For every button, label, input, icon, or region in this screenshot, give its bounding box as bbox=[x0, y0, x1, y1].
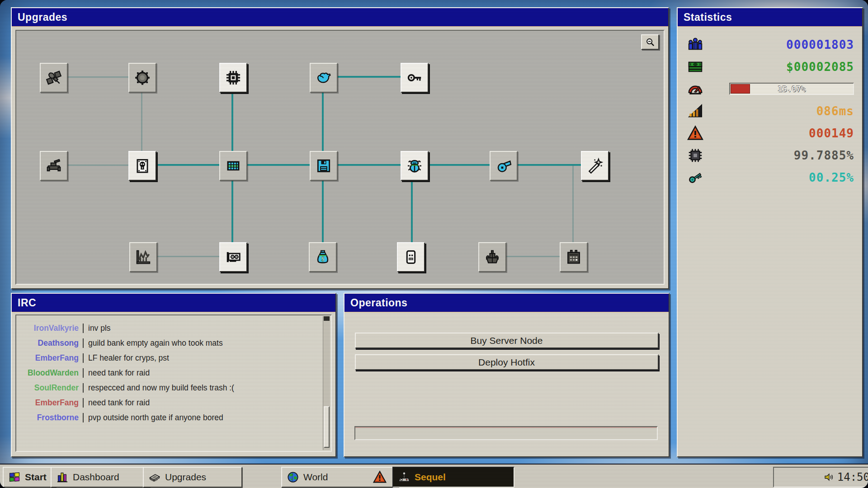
operations-titlebar: Operations bbox=[344, 294, 669, 312]
irc-nick: EmberFang bbox=[20, 398, 79, 408]
tree-zoom-button[interactable] bbox=[641, 34, 659, 50]
upgrade-node-whistle[interactable] bbox=[490, 151, 518, 181]
irc-message: Frostbornepvp outside north gate if anyo… bbox=[20, 410, 319, 425]
globe-icon bbox=[287, 471, 299, 483]
bird-icon bbox=[315, 69, 332, 86]
taskbar-item-dashboard[interactable]: Dashboard bbox=[51, 467, 150, 488]
irc-message-list: IronValkyrieinv plsDeathsongguild bank e… bbox=[20, 321, 319, 425]
upgrade-node-bird[interactable] bbox=[310, 63, 338, 93]
stat-row-2: 15.07% bbox=[687, 78, 854, 100]
deploy-hotfix-button[interactable]: Deploy Hotfix bbox=[355, 354, 659, 370]
irc-text: need tank for raid bbox=[88, 368, 150, 378]
whistle-icon bbox=[495, 157, 512, 174]
upgrade-node-skull-card[interactable] bbox=[128, 151, 156, 181]
winlogo-icon bbox=[8, 471, 21, 483]
chart-icon bbox=[135, 249, 152, 266]
upgrade-node-bug[interactable] bbox=[401, 151, 429, 181]
upgrade-node-satellite[interactable] bbox=[40, 63, 68, 93]
irc-message: IronValkyrieinv pls bbox=[20, 321, 319, 336]
upgrade-node-gpu[interactable] bbox=[219, 242, 247, 272]
upgrades-window: Upgrades bbox=[11, 7, 669, 289]
upgrade-node-smiley-drive[interactable] bbox=[397, 242, 425, 272]
start-label: Start bbox=[25, 472, 47, 483]
irc-nick: EmberFang bbox=[20, 353, 79, 363]
operations-progress-bar bbox=[354, 426, 658, 440]
taskbar-item-label: Sequel bbox=[415, 472, 446, 483]
irc-text: need tank for raid bbox=[88, 398, 150, 408]
irc-separator bbox=[83, 413, 84, 422]
upgrade-node-floppy[interactable] bbox=[310, 151, 338, 181]
irc-window: IRC IronValkyrieinv plsDeathsongguild ba… bbox=[11, 293, 336, 457]
irc-message: EmberFangLF healer for cryps, pst bbox=[20, 351, 319, 366]
stat-progress-bar: 15.07% bbox=[729, 83, 854, 95]
upgrade-node-moneybag[interactable] bbox=[309, 242, 337, 272]
moneybag-icon bbox=[314, 249, 331, 266]
taskbar-item-sequel[interactable]: Sequel bbox=[392, 467, 514, 488]
key-teal-icon bbox=[687, 169, 704, 186]
taskbar-item-world[interactable]: World bbox=[281, 467, 399, 488]
desktop: Upgrades Statistics 000001803$0000208515… bbox=[0, 0, 868, 488]
stat-value: 000001803 bbox=[704, 38, 854, 52]
irc-message: BloodWardenneed tank for raid bbox=[20, 366, 319, 380]
warning-icon bbox=[687, 125, 704, 142]
keyboard-icon bbox=[225, 157, 242, 174]
irc-message: SoulRenderrespecced and now my build fee… bbox=[20, 380, 319, 395]
taskbar-item-upgrades[interactable]: Upgrades bbox=[143, 467, 242, 488]
key-icon bbox=[406, 69, 423, 86]
irc-separator bbox=[83, 324, 84, 333]
irc-title: IRC bbox=[18, 297, 36, 309]
gpu-icon bbox=[225, 249, 242, 266]
upgrade-node-cpu-socket[interactable] bbox=[128, 63, 156, 93]
upgrade-node-calendar[interactable] bbox=[560, 242, 588, 272]
stat-row-4: 000149 bbox=[687, 122, 854, 144]
taskbar-item-label: Dashboard bbox=[73, 472, 119, 483]
satellite-icon bbox=[45, 69, 62, 86]
upgrade-tree bbox=[15, 30, 665, 285]
joystick-icon bbox=[398, 471, 410, 483]
taskbar-item-label: World bbox=[303, 472, 328, 483]
stat-row-3: 086ms bbox=[687, 100, 854, 122]
operations-title: Operations bbox=[350, 297, 407, 309]
floppy-icon bbox=[315, 157, 332, 174]
stat-value: $00002085 bbox=[704, 60, 854, 74]
users-icon bbox=[687, 36, 704, 53]
statistics-rows: 000001803$0000208515.07%086ms00014999.78… bbox=[678, 26, 862, 188]
cash-icon bbox=[687, 58, 704, 75]
upgrade-node-wand[interactable] bbox=[581, 151, 609, 181]
stat-value: 086ms bbox=[704, 104, 854, 118]
stat-row-0: 000001803 bbox=[687, 33, 854, 56]
irc-scrollbar[interactable] bbox=[323, 316, 330, 450]
taskbar-item-label: Upgrades bbox=[165, 472, 206, 483]
upgrade-node-key[interactable] bbox=[401, 63, 429, 93]
speaker-icon bbox=[824, 472, 835, 483]
stat-row-5: 99.7885% bbox=[687, 144, 854, 166]
irc-message: Deathsongguild bank empty again who took… bbox=[20, 336, 319, 351]
barchart-icon bbox=[56, 471, 69, 483]
irc-titlebar: IRC bbox=[12, 294, 335, 312]
stat-row-1: $00002085 bbox=[687, 56, 854, 78]
irc-separator bbox=[83, 353, 84, 363]
stat-value: 000149 bbox=[704, 127, 854, 140]
irc-scrollbar-thumb[interactable] bbox=[324, 406, 330, 448]
upgrade-node-microchip[interactable] bbox=[219, 63, 247, 93]
buy-server-node-button[interactable]: Buy Server Node bbox=[355, 333, 659, 348]
tray-clock: 14:50 bbox=[837, 471, 868, 483]
cpu-socket-icon bbox=[134, 69, 151, 86]
upgrades-title: Upgrades bbox=[18, 11, 67, 23]
taskbar: Start DashboardUpgradesWorldSequel 14:50 bbox=[0, 464, 868, 488]
irc-text: inv pls bbox=[88, 324, 111, 333]
upgrade-node-ship[interactable] bbox=[478, 242, 506, 272]
upgrade-node-chart[interactable] bbox=[129, 242, 157, 272]
irc-nick: IronValkyrie bbox=[20, 324, 79, 333]
upgrade-node-keyboard[interactable] bbox=[219, 151, 247, 181]
upgrade-node-tank[interactable] bbox=[40, 151, 68, 181]
irc-chat: IronValkyrieinv plsDeathsongguild bank e… bbox=[15, 314, 332, 452]
system-tray[interactable]: 14:50 bbox=[773, 467, 868, 488]
irc-nick: BloodWarden bbox=[20, 368, 79, 378]
stat-row-6: 00.25% bbox=[687, 166, 854, 188]
start-button[interactable]: Start bbox=[3, 467, 56, 488]
skull-card-icon bbox=[134, 157, 151, 174]
wand-icon bbox=[586, 157, 604, 174]
chip3d-icon bbox=[148, 471, 161, 483]
irc-separator bbox=[83, 338, 84, 348]
